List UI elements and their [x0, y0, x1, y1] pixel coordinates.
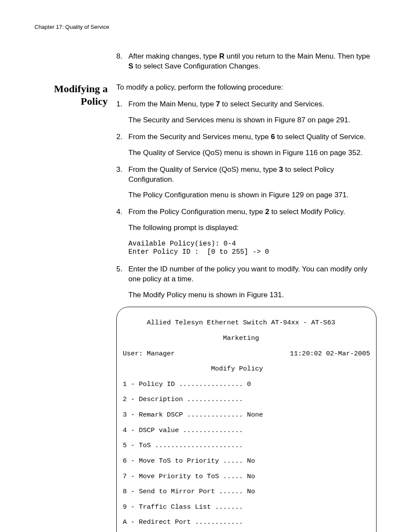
menu-item: 9 - Traffic Class List ....... [123, 504, 370, 511]
menu-item: 7 - Move Priority to ToS ..... No [123, 473, 370, 481]
menu-title: Modify Policy [123, 365, 370, 373]
step-8: 8. After making changes, type R until yo… [116, 52, 377, 72]
step-text: From the Main Menu, type 7 to select Sec… [128, 100, 377, 109]
step-3: 3. From the Quality of Service (QoS) men… [116, 165, 377, 185]
menu-user-line: User: Manager11:20:02 02-Mar-2005 [123, 350, 370, 358]
modify-policy-menu: Allied Telesyn Ethernet Switch AT-94xx -… [116, 307, 377, 532]
prompt-block: Available Policy(ies): 0-4 Enter Policy … [128, 240, 377, 256]
step-5: 5. Enter the ID number of the policy you… [116, 264, 377, 284]
menu-item: 4 - DSCP value ............... [123, 427, 370, 435]
menu-item: 8 - Send to Mirror Port ...... No [123, 488, 370, 496]
step-4: 4. From the Policy Configuration menu, t… [116, 207, 377, 217]
menu-header-line: Marketing [123, 335, 370, 342]
step-number: 5. [116, 264, 128, 284]
step-subtext: The following prompt is displayed: [128, 223, 377, 233]
step-subtext: The Modify Policy menu is shown in Figur… [128, 290, 377, 300]
step-subtext: The Security and Services menu is shown … [128, 115, 377, 125]
step-number: 3. [116, 165, 128, 185]
step-text: After making changes, type R until you r… [128, 52, 377, 72]
chapter-header: Chapter 17: Quality of Service [34, 24, 377, 30]
menu-item: 6 - Move ToS to Priority ..... No [123, 457, 370, 465]
menu-item: 5 - ToS ...................... [123, 442, 370, 450]
step-text: From the Policy Configuration menu, type… [128, 207, 377, 217]
step-number: 8. [116, 52, 128, 72]
section-heading: Modifying a Policy [34, 83, 116, 108]
intro-text: To modify a policy, perform the followin… [116, 83, 377, 93]
step-number: 4. [116, 207, 128, 217]
step-text: From the Quality of Service (QoS) menu, … [128, 165, 377, 185]
step-subtext: The Policy Configuration menu is shown i… [128, 190, 377, 200]
step-subtext: The Quality of Service (QoS) menu is sho… [128, 148, 377, 158]
step-2: 2. From the Security and Services menu, … [116, 132, 377, 142]
step-number: 1. [116, 100, 128, 109]
menu-item: 1 - Policy ID ................ 0 [123, 381, 370, 389]
step-number: 2. [116, 132, 128, 142]
step-text: From the Security and Services menu, typ… [128, 132, 377, 142]
menu-header-line: Allied Telesyn Ethernet Switch AT-94xx -… [123, 319, 370, 327]
menu-item: A - Redirect Port ............ [123, 519, 370, 526]
menu-item: 2 - Description .............. [123, 396, 370, 404]
menu-item: 3 - Remark DSCP .............. None [123, 411, 370, 419]
step-1: 1. From the Main Menu, type 7 to select … [116, 100, 377, 109]
step-text: Enter the ID number of the policy you wa… [128, 264, 377, 284]
